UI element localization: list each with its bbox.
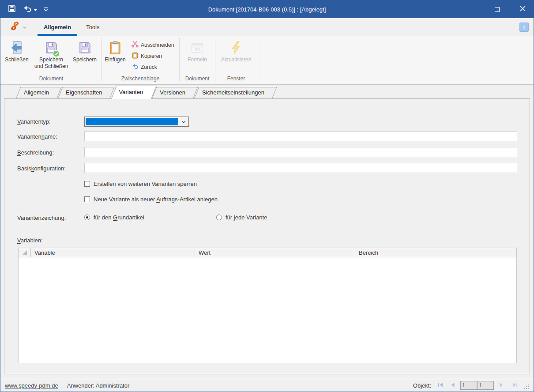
statusbar: www.speedy-pdm.de Anwender: Administrato… [0,379,534,392]
tab-versionen[interactable]: Versionen [152,87,193,98]
schliessen-button[interactable]: Schließen [2,39,31,63]
record-navigator: Objekt: [413,381,529,391]
variantenname-input[interactable] [84,131,517,141]
basiskonfiguration-label: Basiskonfiguration: [17,165,66,172]
quick-access-toolbar [6,3,50,15]
sort-corner-icon [23,250,27,255]
radio-label: für den Grundartikel [94,214,144,221]
tab-varianten[interactable]: Varianten [111,86,151,98]
undo-button[interactable] [21,3,39,15]
checkbox-label: Neue Variante als neuer Auftrags-Artikel… [94,196,218,203]
maximize-button[interactable] [487,0,507,18]
ribbon-group-fenster: Aktualisieren Fenster [216,36,256,84]
formulas-icon: (x) [190,39,204,57]
toolbar-overflow-icon [44,5,48,13]
nav-prev-icon [450,382,455,389]
speichern-button[interactable]: Speichern [71,39,98,63]
website-link[interactable]: www.speedy-pdm.de [5,382,58,389]
variantentyp-label: Variantentyp: [17,118,51,125]
zurueck-button[interactable]: Zurück [130,61,176,72]
ausschneiden-button[interactable]: Ausschneiden [130,39,176,50]
ribbon-group-dokument-2: (x) Formeln Dokument [181,36,214,84]
group-label-fenster: Fenster [216,74,256,84]
undo-dropdown-icon [34,5,38,13]
refresh-icon [229,39,243,57]
aktualisieren-button[interactable]: Aktualisieren [217,39,255,63]
radio-circle[interactable] [84,215,90,220]
group-label-zwischenablage: Zwischenablage [102,74,178,84]
window: Dokument [201704-B06-003 (0.5)] : [Abgel… [0,0,534,392]
variantentyp-selected-value [86,118,178,125]
toolbar-overflow-button[interactable] [42,3,50,15]
page-tab-strip: Allgemein Eigenschaften Varianten Versio… [16,85,534,98]
nav-next-button[interactable] [496,381,506,390]
tab-allgemein[interactable]: Allgemein [16,87,57,98]
variables-table-header: Variable Wert Bereich [19,248,516,257]
formeln-button[interactable]: (x) Formeln [181,39,213,63]
table-corner-cell[interactable] [19,248,31,257]
ribbon-divider [179,38,180,81]
svg-text:(x): (x) [195,47,200,51]
app-menu-button[interactable] [8,19,28,34]
nav-last-button[interactable] [510,381,519,390]
app-logo-icon [9,20,21,34]
save-close-icon [44,39,58,57]
save-button[interactable] [6,3,18,15]
tab-eigenschaften[interactable]: Eigenschaften [58,87,110,98]
column-header-variable[interactable]: Variable [31,248,195,257]
variantenname-label: Variantenname: [17,133,57,140]
ribbon-tab-row: Allgemein Tools i [0,18,534,36]
ribbon-tab-allgemein[interactable]: Allgemein [36,18,79,36]
varianten-tab-panel: Variantentyp: Variantenname: Beschreibun… [4,98,530,374]
user-status: Anwender: Administrator [67,382,130,389]
column-header-wert[interactable]: Wert [195,248,355,257]
ribbon-group-dokument: Schließen [2,36,100,84]
clipboard-small-buttons: Ausschneiden Kopieren [130,39,176,72]
column-header-bereich[interactable]: Bereich [355,248,516,257]
ribbon-divider [101,38,102,81]
variantentyp-select[interactable] [84,117,189,127]
chevron-down-icon [179,117,188,126]
kopieren-button[interactable]: Kopieren [130,50,176,61]
record-position-input[interactable] [460,381,477,390]
back-icon [132,63,139,71]
group-label-dokument: Dokument [2,74,100,84]
nav-next-icon [499,382,504,389]
speichern-und-schliessen-button[interactable]: Speichern und Schließen [31,39,71,70]
checkbox-box[interactable] [84,181,90,187]
variablen-label: Variablen: [17,237,43,244]
paste-icon [108,39,122,57]
sperren-checkbox[interactable]: Erstellen von weiteren Varianten sperren [84,181,197,187]
resize-grip-icon[interactable] [524,384,529,391]
radio-circle[interactable] [216,215,222,220]
ribbon-group-zwischenablage: Einfügen [102,36,178,84]
nav-first-button[interactable] [436,381,445,390]
beschreibung-label: Beschreibung: [17,149,54,156]
objekt-label: Objekt: [413,382,431,389]
einfuegen-button[interactable]: Einfügen [102,39,128,63]
checkbox-box[interactable] [84,196,90,202]
jede-variante-radio[interactable]: für jede Variante [216,214,267,221]
variables-table: Variable Wert Bereich [18,248,517,363]
cut-icon [132,41,139,49]
ribbon-divider [215,38,215,81]
beschreibung-input[interactable] [84,147,517,157]
nav-previous-button[interactable] [448,381,458,390]
record-count-input[interactable] [477,381,494,390]
radio-label: für jede Variante [226,214,267,221]
info-button[interactable]: i [519,23,529,32]
tab-sicherheitseinstellungen[interactable]: Sicherheitseinstellungen [194,87,272,98]
ribbon-tab-tools[interactable]: Tools [79,18,107,36]
basiskonfiguration-input[interactable] [84,163,517,173]
window-title: Dokument [201704-B06-003 (0.5)] : [Abgel… [0,6,534,13]
variantenzeichung-label: Variantenzeichung: [17,215,66,221]
radio-dot [86,216,88,219]
undo-icon [23,4,32,15]
auftrags-artikel-checkbox[interactable]: Neue Variante als neuer Auftrags-Artikel… [84,196,218,203]
ribbon-tabs: Allgemein Tools [36,18,107,36]
copy-icon [132,52,139,60]
close-button[interactable] [512,0,533,18]
variables-table-body[interactable] [19,257,516,363]
grundartikel-radio[interactable]: für den Grundartikel [84,214,144,221]
nav-last-icon [512,382,518,389]
